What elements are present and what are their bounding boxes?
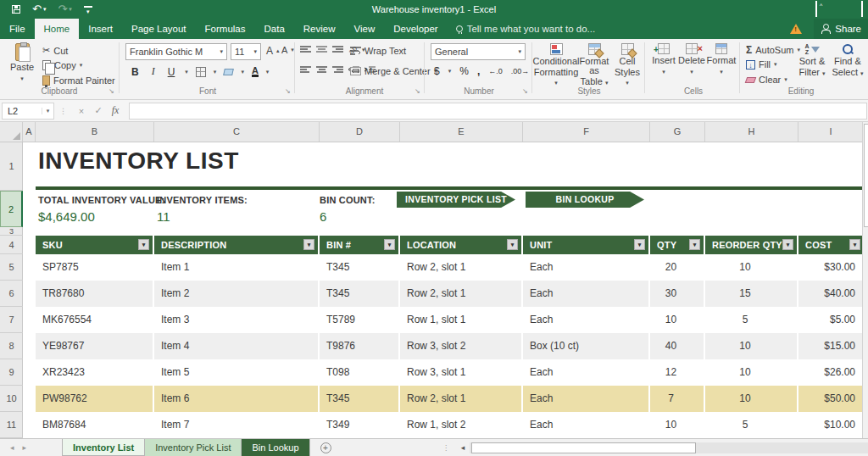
filter-icon[interactable]: ▾ [138,239,149,250]
filter-icon[interactable]: ▾ [507,239,518,250]
row-header-6[interactable]: 6 [0,281,23,307]
cell-unit[interactable]: Box (10 ct) [523,333,650,359]
cell-description[interactable]: Item 6 [154,386,320,412]
tab-file[interactable]: File [0,19,35,39]
row-header-8[interactable]: 8 [0,333,23,359]
cell-location[interactable]: Row 2, slot 1 [400,254,523,281]
cell-location[interactable]: Row 2, slot 1 [400,281,523,307]
font-size-select[interactable]: 11▾ [231,43,261,60]
cell-sku[interactable]: BM87684 [36,412,154,438]
cell-description[interactable]: Item 7 [154,412,320,438]
header-unit[interactable]: UNIT▾ [523,236,650,254]
row-header-7[interactable]: 7 [0,307,23,333]
cell-description[interactable]: Item 1 [154,254,320,281]
sheet-tab-inventory-list[interactable]: Inventory List [62,439,145,456]
cell-qty[interactable]: 10 [650,412,705,438]
bold-button[interactable]: B [129,66,142,78]
format-as-table-button[interactable]: Format as Table ▾ [577,43,611,87]
font-dialog-launcher-icon[interactable]: ↘ [285,87,291,95]
format-cells-button[interactable]: Format▾ [707,43,736,76]
cut-button[interactable]: ✂Cut [42,45,68,56]
col-header-i[interactable]: I [798,122,864,142]
number-dialog-launcher-icon[interactable]: ↘ [522,87,528,95]
alignment-dialog-launcher-icon[interactable]: ↘ [415,87,420,95]
filter-icon[interactable]: ▾ [384,239,395,250]
cell-location[interactable]: Row 3, slot 2 [400,333,523,359]
tab-review[interactable]: Review [294,19,345,39]
restore-icon[interactable] [861,2,863,17]
name-box-caret-icon[interactable]: ▾ [42,108,53,114]
cell-cost[interactable]: $30.00 [798,254,862,281]
align-right-icon[interactable] [332,66,343,75]
tab-home[interactable]: Home [35,19,80,39]
cell-unit[interactable]: Each [523,281,650,307]
clipboard-dialog-launcher-icon[interactable]: ↘ [108,87,114,95]
delete-cells-button[interactable]: Delete▾ [678,43,705,76]
format-painter-button[interactable]: Format Painter [42,75,115,86]
copy-button[interactable]: Copy▾ [42,60,82,70]
warning-icon[interactable] [790,24,802,34]
borders-icon[interactable] [196,67,206,77]
cell-cost[interactable]: $5.00 [798,307,862,333]
cell-location[interactable]: Row 2, slot 1 [400,386,523,412]
header-qty[interactable]: QTY▾ [650,236,705,254]
tab-developer[interactable]: Developer [384,19,447,39]
tell-me-box[interactable]: Tell me what you want to do... [448,19,604,39]
row-header-4[interactable]: 4 [0,236,23,254]
cell-cost[interactable]: $15.00 [798,333,862,359]
cell-unit[interactable]: Each [523,386,650,412]
percent-style-icon[interactable]: % [459,65,469,77]
header-location[interactable]: LOCATION▾ [400,236,523,254]
comma-style-icon[interactable]: , [477,65,480,77]
share-button[interactable]: Share [814,19,868,39]
find-select-button[interactable]: Find & Select ▾ [831,43,865,78]
header-cost[interactable]: COST▾ [798,236,862,254]
tab-data[interactable]: Data [255,19,294,39]
cell-description[interactable]: Item 2 [154,281,320,307]
fill-color-icon[interactable] [224,69,235,75]
fill-color-caret-icon[interactable]: ▾ [241,69,244,75]
align-middle-icon[interactable] [316,46,327,54]
cell-description[interactable]: Item 5 [154,359,320,386]
underline-button[interactable]: U [165,66,178,78]
accounting-format-icon[interactable]: $ [434,65,440,77]
insert-cells-button[interactable]: Insert▾ [651,43,676,76]
align-top-icon[interactable] [300,46,311,54]
row-header-10[interactable]: 10 [0,386,23,412]
cell-qty[interactable]: 30 [650,281,705,307]
cell-sku[interactable]: XR23423 [36,359,154,386]
wrap-text-button[interactable]: Wrap Text [350,46,406,56]
bin-lookup-button[interactable]: BIN LOOKUP [526,192,644,208]
font-color-caret-icon[interactable]: ▾ [266,69,270,75]
cell-cost[interactable]: $50.00 [798,386,862,412]
cell-location[interactable]: Row 1, slot 1 [400,307,523,333]
tab-view[interactable]: View [345,19,385,39]
row-header-2-selected[interactable]: 2 [0,191,23,227]
conditional-formatting-button[interactable]: Conditional Formatting ▾ [537,43,576,87]
cell-reorder[interactable]: 10 [705,333,798,359]
col-header-d[interactable]: D [320,122,400,142]
row-header-9[interactable]: 9 [0,359,23,386]
fill-button[interactable]: ↓Fill▾ [746,59,777,70]
col-header-g[interactable]: G [650,122,705,142]
cell-qty[interactable]: 20 [650,254,705,281]
decrease-font-size-button[interactable]: A▾ [281,45,294,55]
cell-qty[interactable]: 7 [650,386,705,412]
paste-button[interactable]: Paste▾ [7,43,37,83]
autosum-button[interactable]: ΣAutoSum▾ [746,44,800,56]
cell-cost[interactable]: $26.00 [798,359,862,386]
font-color-icon[interactable]: A [252,66,259,77]
vertical-scrollbar[interactable] [862,122,868,438]
cell-qty[interactable]: 12 [650,359,705,386]
cell-cost[interactable]: $40.00 [798,281,862,307]
cell-unit[interactable]: Each [523,307,650,333]
increase-decimal-icon[interactable]: ←.0 [488,67,503,75]
tab-formulas[interactable]: Formulas [196,19,255,39]
row-header-3[interactable]: 3 [0,227,23,236]
sheet-nav-left-icon[interactable]: ◂ [10,443,14,452]
confirm-entry-icon[interactable]: ✓ [90,105,107,116]
col-header-e[interactable]: E [400,122,523,142]
borders-caret-icon[interactable]: ▾ [214,69,217,75]
col-header-f[interactable]: F [523,122,650,142]
ribbon-display-options-icon[interactable] [815,2,817,17]
